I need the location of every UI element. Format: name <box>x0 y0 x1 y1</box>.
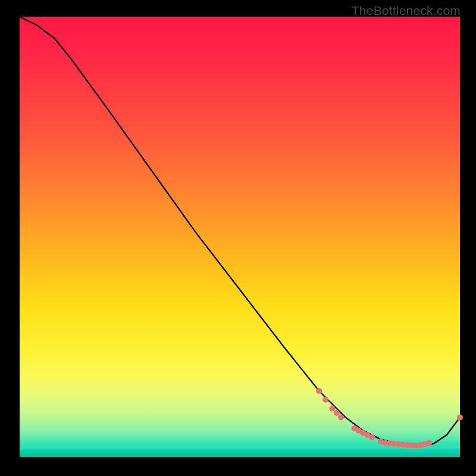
marker-dot <box>426 440 432 446</box>
marker-dot <box>316 388 322 394</box>
plot-area <box>20 17 460 457</box>
chart-stage: TheBottleneck.com <box>0 0 476 476</box>
marker-dot <box>338 414 344 420</box>
curve-path <box>20 17 460 446</box>
marker-dot <box>369 434 375 440</box>
marker-dot <box>322 397 328 403</box>
attribution-text: TheBottleneck.com <box>352 4 461 18</box>
marker-dot <box>334 410 340 416</box>
marker-dot <box>457 414 463 420</box>
chart-svg <box>20 17 460 457</box>
marker-dot <box>329 406 335 412</box>
